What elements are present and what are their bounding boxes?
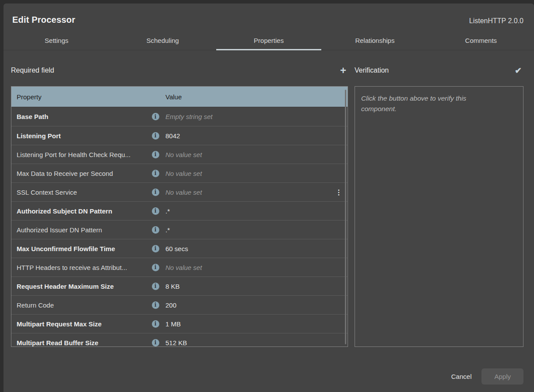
table-scrollbar[interactable]: [345, 90, 346, 344]
info-icon[interactable]: i: [152, 245, 159, 252]
property-value[interactable]: 1 MB: [165, 320, 348, 328]
property-name: Max Data to Receive per Second: [11, 170, 145, 177]
property-value[interactable]: 60 secs: [165, 245, 348, 252]
table-header-row: Property Value: [11, 87, 348, 107]
info-cell: i: [145, 264, 165, 271]
property-name: Request Header Maximum Size: [11, 283, 145, 290]
dialog-content: Required field + Property Value Base Pat…: [4, 50, 534, 348]
check-icon: ✔: [515, 66, 522, 75]
tab-settings[interactable]: Settings: [4, 32, 109, 50]
page-title: Edit Processor: [12, 15, 75, 25]
property-value[interactable]: 512 KB: [165, 339, 348, 346]
info-icon[interactable]: i: [152, 226, 159, 234]
info-cell: i: [145, 226, 165, 234]
info-icon[interactable]: i: [152, 264, 159, 271]
info-cell: i: [145, 113, 165, 120]
table-row[interactable]: Request Header Maximum Sizei8 KB: [11, 276, 348, 295]
property-value[interactable]: Empty string set: [165, 113, 348, 120]
property-name: Authorized Issuer DN Pattern: [11, 226, 145, 234]
property-value[interactable]: 8042: [165, 132, 348, 140]
property-value[interactable]: .*: [165, 226, 348, 234]
property-name: Multipart Request Max Size: [11, 320, 145, 328]
verification-column: Verification ✔ Click the button above to…: [355, 50, 523, 348]
info-icon[interactable]: i: [152, 132, 159, 140]
dialog-header: Edit Processor ListenHTTP 2.0.0: [4, 4, 534, 25]
table-row[interactable]: Multipart Read Buffer Sizei512 KB: [11, 333, 348, 347]
apply-button[interactable]: Apply: [481, 368, 523, 385]
info-icon[interactable]: i: [152, 320, 159, 328]
verification-message: Click the button above to verify this co…: [361, 93, 501, 114]
table-row[interactable]: Max Unconfirmed Flowfile Timei60 secs: [11, 239, 348, 258]
column-header-value: Value: [165, 93, 182, 101]
table-row[interactable]: Listening Port for Health Check Requ...i…: [11, 145, 348, 164]
property-name: Listening Port: [11, 132, 145, 140]
info-icon[interactable]: i: [152, 170, 159, 177]
info-cell: i: [145, 301, 165, 309]
verify-button[interactable]: ✔: [513, 66, 523, 75]
verification-panel: Click the button above to verify this co…: [355, 86, 523, 347]
info-icon[interactable]: i: [152, 207, 159, 215]
property-name: Max Unconfirmed Flowfile Time: [11, 245, 145, 252]
property-value[interactable]: No value set: [165, 151, 348, 158]
property-name: HTTP Headers to receive as Attribut...: [11, 264, 145, 271]
info-cell: i: [145, 207, 165, 215]
property-value[interactable]: 8 KB: [165, 283, 348, 290]
info-cell: i: [145, 339, 165, 346]
dialog-footer: Cancel Apply: [4, 348, 534, 392]
info-icon[interactable]: i: [152, 151, 159, 158]
info-icon[interactable]: i: [152, 339, 159, 346]
properties-column: Required field + Property Value Base Pat…: [11, 50, 348, 348]
property-name: Listening Port for Health Check Requ...: [11, 151, 145, 158]
edit-processor-dialog: Edit Processor ListenHTTP 2.0.0 Settings…: [4, 4, 534, 392]
property-value[interactable]: No value set: [165, 170, 348, 177]
property-value[interactable]: 200: [165, 301, 348, 309]
cancel-button[interactable]: Cancel: [445, 368, 478, 385]
column-header-property: Property: [11, 93, 165, 101]
property-name: Authorized Subject DN Pattern: [11, 207, 145, 215]
info-icon[interactable]: i: [152, 301, 159, 309]
properties-section-header: Required field +: [11, 64, 348, 77]
table-row[interactable]: Authorized Subject DN Patterni.*: [11, 201, 348, 220]
info-icon[interactable]: i: [152, 283, 159, 290]
tab-properties[interactable]: Properties: [216, 32, 322, 50]
table-row[interactable]: Base PathiEmpty string set: [11, 107, 348, 126]
table-row[interactable]: Max Data to Receive per SecondiNo value …: [11, 164, 348, 182]
table-row[interactable]: Return Codei200: [11, 295, 348, 314]
verification-section-header: Verification ✔: [355, 64, 523, 77]
verification-label: Verification: [355, 66, 389, 74]
table-row[interactable]: Multipart Request Max Sizei1 MB: [11, 314, 348, 333]
info-cell: i: [145, 189, 165, 196]
property-value[interactable]: No value set: [165, 189, 330, 196]
properties-table: Property Value Base PathiEmpty string se…: [11, 86, 348, 347]
property-name: Return Code: [11, 301, 145, 309]
property-name: SSL Context Service: [11, 189, 145, 196]
tab-relationships[interactable]: Relationships: [322, 32, 428, 50]
info-cell: i: [145, 151, 165, 158]
table-row[interactable]: HTTP Headers to receive as Attribut...iN…: [11, 258, 348, 276]
tab-scheduling[interactable]: Scheduling: [109, 32, 215, 50]
table-row[interactable]: SSL Context ServiceiNo value set⋮: [11, 182, 348, 201]
property-value[interactable]: No value set: [165, 264, 348, 271]
table-row[interactable]: Authorized Issuer DN Patterni.*: [11, 220, 348, 239]
info-cell: i: [145, 170, 165, 177]
info-cell: i: [145, 245, 165, 252]
property-name: Base Path: [11, 113, 145, 120]
table-body: Base PathiEmpty string setListening Port…: [11, 107, 348, 347]
info-icon[interactable]: i: [152, 113, 159, 120]
plus-icon: +: [340, 64, 346, 76]
info-cell: i: [145, 320, 165, 328]
info-cell: i: [145, 283, 165, 290]
info-icon[interactable]: i: [152, 189, 159, 196]
tab-comments[interactable]: Comments: [428, 32, 534, 50]
table-row[interactable]: Listening Porti8042: [11, 126, 348, 145]
tab-bar: SettingsSchedulingPropertiesRelationship…: [4, 32, 534, 50]
property-value[interactable]: .*: [165, 207, 348, 215]
property-name: Multipart Read Buffer Size: [11, 339, 145, 346]
add-property-button[interactable]: +: [338, 65, 348, 76]
required-field-label: Required field: [11, 66, 54, 74]
processor-type-version: ListenHTTP 2.0.0: [469, 17, 523, 25]
info-cell: i: [145, 132, 165, 140]
